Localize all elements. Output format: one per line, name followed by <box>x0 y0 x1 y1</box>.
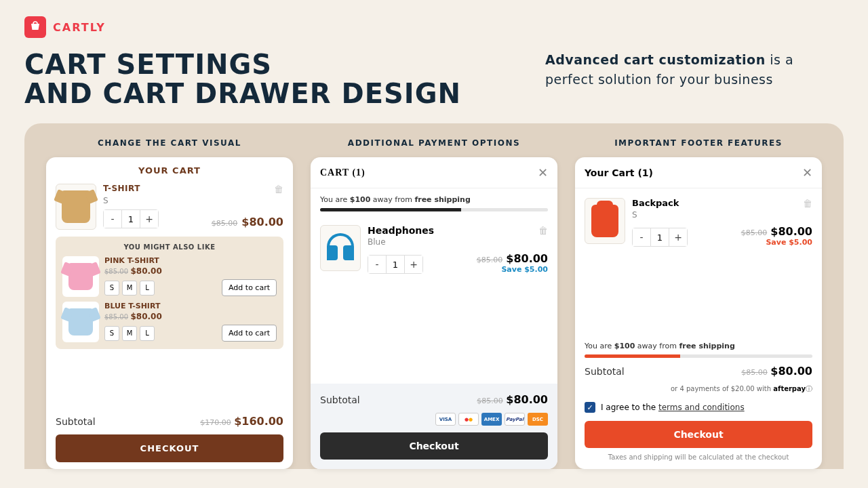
close-icon[interactable]: ✕ <box>538 165 548 180</box>
preview-panels: CHANGE THE CART VISUAL YOUR CART T-SHIRT… <box>24 123 844 469</box>
cart-preview-3: Your Cart (1) ✕ Backpack🗑 S -1+ $85.00 $… <box>575 157 822 469</box>
product-thumb <box>585 198 625 244</box>
free-shipping-bar: You are $100 away from free shipping <box>585 342 812 365</box>
recommendations: YOU MIGHT ALSO LIKE PINK T-SHIRT $85.00 … <box>56 237 283 349</box>
cart3-item: Backpack🗑 S -1+ $85.00 $80.00Save $5.00 <box>575 188 822 256</box>
remove-icon[interactable]: 🗑 <box>538 225 548 236</box>
cart2-item: Headphones🗑 Blue -1+ $85.00 $80.00Save $… <box>311 216 557 283</box>
quantity-stepper[interactable]: -1+ <box>632 228 688 247</box>
col2-title: ADDITIONAL PAYMENT OPTIONS <box>311 138 557 148</box>
quantity-stepper[interactable]: -1+ <box>103 209 159 228</box>
cart1-item: T-SHIRT🗑 S -1+ $85.00$80.00 <box>46 184 293 237</box>
brand-name: CARTLY <box>53 21 106 34</box>
checkout-button[interactable]: CHECKOUT <box>56 434 283 462</box>
item-name: T-SHIRT <box>103 184 140 195</box>
cart1-title: YOUR CART <box>46 157 293 184</box>
cart2-title: CART (1) <box>320 167 366 178</box>
logo-icon <box>24 16 46 38</box>
add-to-cart-button[interactable]: Add to cart <box>222 325 277 342</box>
tax-note: Taxes and shipping will be calculated at… <box>585 453 812 461</box>
checkout-button[interactable]: Checkout <box>585 421 812 448</box>
terms-checkbox[interactable]: ✓I agree to the terms and conditions <box>585 402 812 413</box>
remove-icon[interactable]: 🗑 <box>274 184 283 195</box>
payment-icons: VISA ●● AMEX PayPal DSC <box>320 413 548 426</box>
add-to-cart-button[interactable]: Add to cart <box>222 279 277 296</box>
cart-preview-1: YOUR CART T-SHIRT🗑 S -1+ $85.00$80.00 YO… <box>46 157 293 469</box>
cart-preview-2: CART (1) ✕ You are $100 away from free s… <box>311 157 557 469</box>
brand-logo: CARTLY <box>24 16 844 38</box>
product-thumb <box>320 225 361 271</box>
quantity-stepper[interactable]: -1+ <box>368 255 423 274</box>
hero-subtitle: Advanced cart customization is a perfect… <box>545 50 844 89</box>
product-thumb <box>56 184 96 230</box>
hero-title: CART SETTINGSAND CART DRAWER DESIGN <box>24 50 461 108</box>
item-variant: S <box>103 196 283 205</box>
col3-title: IMPORTANT FOOTER FEATURES <box>575 138 822 148</box>
col1-title: CHANGE THE CART VISUAL <box>46 138 293 148</box>
free-shipping-bar: You are $100 away from free shipping <box>311 188 557 216</box>
checkout-button[interactable]: Checkout <box>320 432 548 460</box>
cart3-title: Your Cart (1) <box>585 167 653 178</box>
rec-item: BLUE T-SHIRT $85.00 $80.00 SML Add to ca… <box>62 302 277 342</box>
close-icon[interactable]: ✕ <box>802 165 812 180</box>
remove-icon[interactable]: 🗑 <box>803 198 812 209</box>
rec-item: PINK T-SHIRT $85.00 $80.00 SML Add to ca… <box>62 256 277 297</box>
